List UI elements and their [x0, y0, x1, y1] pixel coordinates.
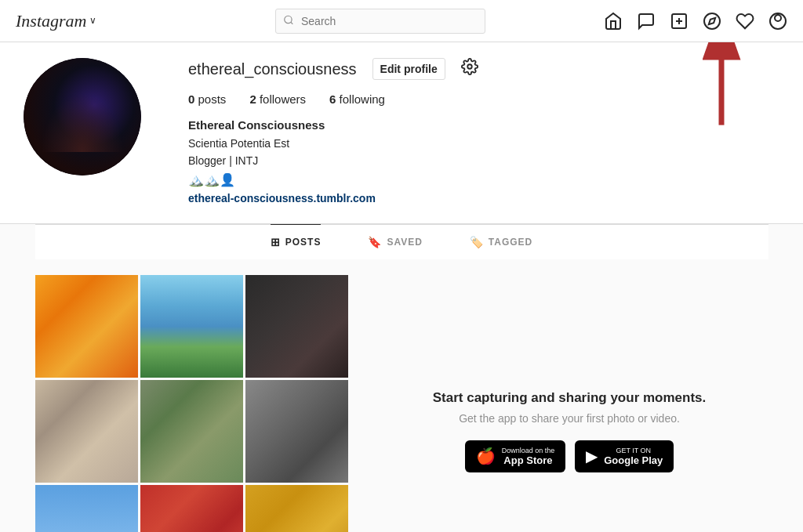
- profile-full-name: Ethereal Consciousness: [188, 118, 803, 132]
- saved-tab-icon: 🔖: [368, 236, 382, 248]
- new-post-icon[interactable]: [670, 12, 689, 31]
- google-play-line1: GET IT ON: [604, 447, 663, 454]
- google-play-text: GET IT ON Google Play: [604, 447, 663, 466]
- saved-tab-label: SAVED: [387, 237, 422, 248]
- edit-profile-button[interactable]: Edit profile: [372, 58, 445, 80]
- photo-grid: [35, 275, 349, 532]
- photo-booth[interactable]: [245, 275, 348, 378]
- profile-bio: Scientia Potentia Est Blogger | INTJ 🏔️🏔…: [188, 135, 803, 208]
- main-content: Start capturing and sharing your moments…: [35, 259, 768, 532]
- stats-row: 0 posts 2 followers 6 following: [188, 92, 803, 106]
- app-promo-subtitle: Get the app to share your first photo or…: [459, 412, 680, 425]
- google-play-line2: Google Play: [604, 454, 663, 466]
- header: Instagram ∨: [0, 0, 803, 42]
- svg-point-5: [704, 13, 720, 29]
- photo-cactus[interactable]: [140, 380, 243, 483]
- profile-icon[interactable]: [768, 12, 787, 31]
- profile-content: ethereal_consciousness Edit profile: [0, 42, 803, 223]
- app-buttons: 🍎 Download on the App Store ▶ GET IT ON …: [465, 440, 674, 472]
- messenger-icon[interactable]: [637, 12, 656, 31]
- posts-count: 0: [188, 92, 194, 106]
- avatar: [24, 58, 141, 176]
- tabs-bar: ⊞ POSTS 🔖 SAVED 🏷️ TAGGED: [35, 224, 768, 259]
- photo-flowers[interactable]: [140, 485, 243, 532]
- photo-coast[interactable]: [140, 275, 243, 378]
- tagged-tab-label: TAGGED: [489, 237, 532, 248]
- photo-sky[interactable]: [35, 485, 138, 532]
- followers-stat[interactable]: 2 followers: [249, 92, 306, 106]
- profile-section: ethereal_consciousness Edit profile: [0, 42, 803, 224]
- logo[interactable]: Instagram ∨: [16, 11, 157, 31]
- app-store-line1: Download on the: [502, 447, 555, 454]
- explore-icon[interactable]: [703, 12, 721, 31]
- header-nav: [604, 12, 787, 31]
- google-play-button[interactable]: ▶ GET IT ON Google Play: [575, 440, 674, 472]
- photo-golden[interactable]: [245, 485, 348, 532]
- following-label: following: [340, 92, 385, 106]
- tab-tagged[interactable]: 🏷️ TAGGED: [470, 224, 532, 259]
- bio-line2: Blogger | INTJ: [188, 152, 803, 169]
- photo-cat[interactable]: [35, 380, 138, 483]
- following-stat[interactable]: 6 following: [329, 92, 385, 106]
- bio-line1: Scientia Potentia Est: [188, 135, 803, 152]
- apple-icon: 🍎: [476, 447, 496, 465]
- home-icon[interactable]: [604, 12, 623, 31]
- profile-link[interactable]: ethereal-consciousness.tumblr.com: [188, 192, 376, 204]
- svg-line-1: [291, 22, 293, 24]
- posts-tab-label: POSTS: [285, 237, 322, 248]
- svg-point-7: [775, 15, 781, 21]
- followers-label: followers: [260, 92, 306, 106]
- tagged-tab-icon: 🏷️: [470, 236, 484, 248]
- google-play-icon: ▶: [586, 447, 598, 465]
- app-store-line2: App Store: [502, 454, 555, 466]
- app-promo-title: Start capturing and sharing your moments…: [433, 390, 707, 406]
- search-icon: [283, 14, 294, 27]
- following-count: 6: [329, 92, 336, 106]
- svg-point-9: [467, 64, 472, 69]
- posts-tab-icon: ⊞: [271, 236, 281, 248]
- tab-posts[interactable]: ⊞ POSTS: [271, 224, 322, 259]
- svg-point-0: [285, 16, 292, 23]
- posts-label: posts: [198, 92, 227, 106]
- avatar-image: [24, 58, 141, 176]
- app-store-button[interactable]: 🍎 Download on the App Store: [465, 440, 566, 472]
- search-input[interactable]: [275, 9, 485, 34]
- photo-oranges[interactable]: [35, 275, 138, 378]
- bio-emojis: 🏔️🏔️👤: [188, 170, 803, 190]
- heart-icon[interactable]: [736, 12, 754, 31]
- app-store-text: Download on the App Store: [502, 447, 555, 466]
- profile-header-row: ethereal_consciousness Edit profile: [188, 58, 803, 80]
- profile-info: ethereal_consciousness Edit profile: [188, 58, 803, 208]
- photo-baby[interactable]: [245, 380, 348, 483]
- posts-stat[interactable]: 0 posts: [188, 92, 226, 106]
- followers-count: 2: [249, 92, 256, 106]
- logo-chevron: ∨: [89, 15, 96, 27]
- tab-saved[interactable]: 🔖 SAVED: [368, 224, 422, 259]
- settings-icon-button[interactable]: [461, 58, 478, 80]
- search-area: [157, 9, 604, 34]
- username: ethereal_consciousness: [188, 60, 357, 78]
- search-container: [275, 9, 485, 34]
- app-promo-section: Start capturing and sharing your moments…: [371, 275, 768, 532]
- svg-marker-6: [709, 17, 715, 24]
- logo-text: Instagram: [16, 11, 86, 31]
